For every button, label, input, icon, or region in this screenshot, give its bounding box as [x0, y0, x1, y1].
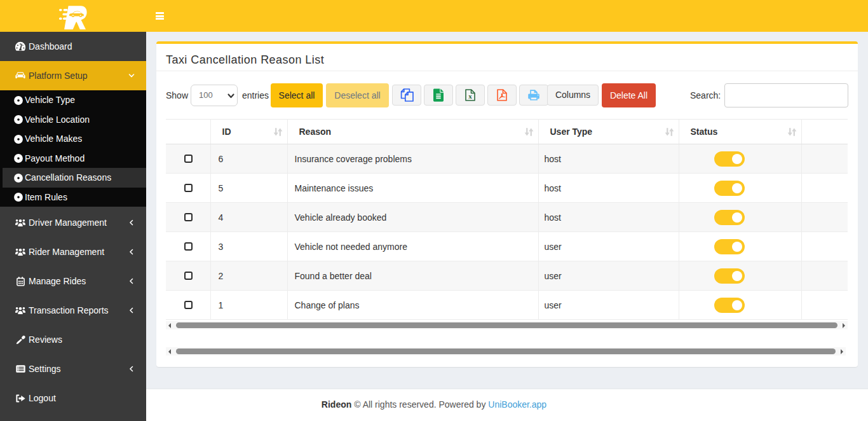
svg-text:x: x — [468, 92, 472, 100]
